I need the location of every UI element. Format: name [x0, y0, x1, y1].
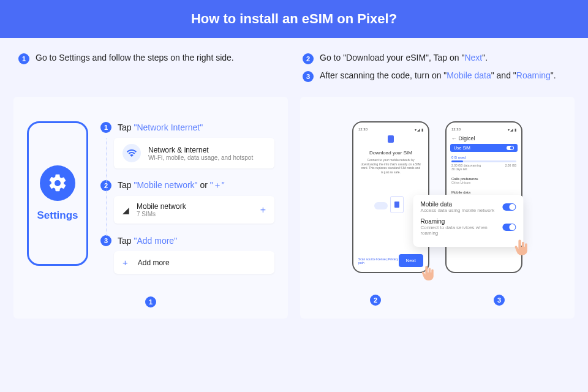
popout-roaming[interactable]: Roaming Connect to data services when ro… [420, 218, 516, 236]
settings-label: Settings [37, 209, 78, 222]
card-network-title: Network & internet [148, 146, 253, 154]
use-sim-toggle[interactable]: Use SIM [450, 144, 518, 152]
hand-pointer-icon [512, 238, 530, 257]
substep-2: 2 Tap "Mobile network" or "＋" [100, 179, 274, 191]
step-badge-1: 1 [18, 53, 29, 64]
substep-badge-3: 3 [100, 235, 111, 246]
toggle-popout: Mobile data Access data using mobile net… [413, 195, 523, 247]
card-mobile-sub: 7 SIMs [137, 211, 186, 217]
panel-badge-1: 1 [145, 296, 156, 307]
panel-badge-2: 2 [370, 295, 381, 306]
back-carrier[interactable]: ← Digicel [451, 135, 516, 141]
sim-icon: ◢ [123, 205, 129, 215]
panel-left: Settings 1 Tap "Network Internet" Networ… [13, 97, 288, 318]
instruction-3: 3 After scanning the code, turn on "Mobi… [303, 70, 570, 82]
substep-badge-1: 1 [100, 122, 111, 133]
instruction-3-text: After scanning the code, turn on "Mobile… [320, 70, 556, 80]
calls-preference[interactable]: Calls preferenceChina Unicom [451, 177, 516, 184]
card-mobile-title: Mobile network [137, 202, 186, 211]
shield-icon [388, 135, 394, 143]
substep-1: 1 Tap "Network Internet" [100, 121, 274, 133]
card-add-title: Add more [138, 258, 170, 267]
toggle-icon[interactable] [502, 224, 516, 231]
instruction-2: 2 Go to "Download your eSIM", Tap on "Ne… [303, 53, 570, 64]
step-badge-2: 2 [303, 53, 314, 64]
card-network-internet[interactable]: Network & internet Wi-Fi, mobile, data u… [114, 138, 274, 168]
hand-pointer-icon [420, 265, 437, 282]
panel-badge-3: 3 [494, 295, 505, 306]
page-title: How to install an eSIM on Pixel? [0, 0, 588, 38]
download-sim-title: Download your SIM [358, 150, 423, 156]
plus-icon[interactable]: + [260, 205, 266, 216]
instruction-1-text: Go to Settings and follow the steps on t… [36, 53, 234, 62]
step-badge-3: 3 [303, 71, 314, 82]
instruction-block: 1 Go to Settings and follow the steps on… [0, 38, 588, 97]
card-mobile-network[interactable]: ◢ Mobile network 7 SIMs + [114, 196, 274, 224]
gear-icon [40, 165, 75, 201]
privacy-links[interactable]: Scan source license | Privacy path [358, 257, 399, 265]
plus-icon: + [123, 257, 128, 268]
toggle-icon[interactable] [502, 203, 516, 211]
instruction-1: 1 Go to Settings and follow the steps on… [18, 53, 285, 64]
card-add-more[interactable]: + Add more [114, 251, 274, 274]
wifi-icon [123, 144, 141, 162]
substep-3: 3 Tap "Add more" [100, 235, 274, 246]
panel-right: 12:30▾ ◢ ▮ Download your SIM Connect to … [300, 97, 575, 318]
download-sim-desc: Connect to your mobile network by downlo… [358, 158, 423, 174]
toggle-icon [507, 146, 514, 150]
sim-art-icon [374, 196, 407, 218]
instruction-2-text: Go to "Download your eSIM", Tap on "Next… [320, 53, 488, 62]
card-network-sub: Wi-Fi, mobile, data usage, and hotspot [148, 154, 253, 161]
settings-phone-icon: Settings [27, 121, 88, 266]
popout-mobile-data[interactable]: Mobile data Access data using mobile net… [420, 201, 516, 213]
